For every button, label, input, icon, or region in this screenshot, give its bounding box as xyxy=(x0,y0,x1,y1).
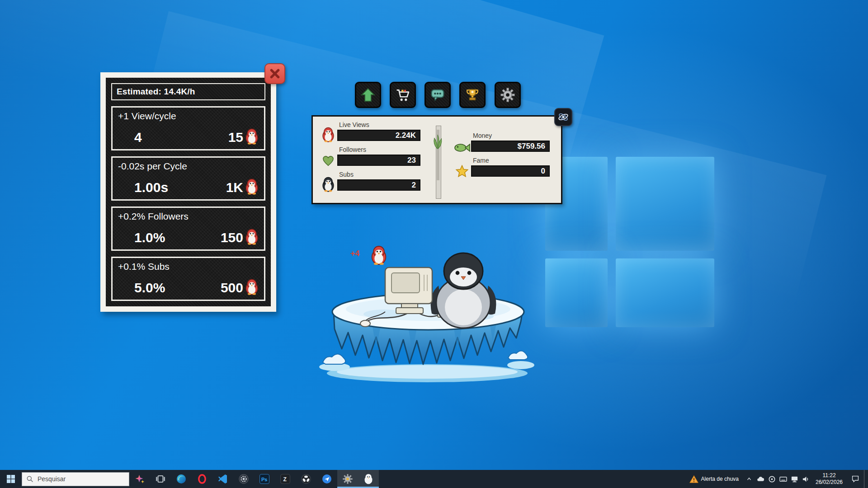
penguin-streamer[interactable] xyxy=(431,253,496,328)
upgrade-subs[interactable]: +0.1% Subs 5.0% 500 xyxy=(111,257,265,301)
fish-icon xyxy=(453,142,471,153)
taskbar-edge-button[interactable] xyxy=(171,470,192,488)
settings-button[interactable] xyxy=(495,82,521,108)
stat-label: Fame xyxy=(473,157,550,164)
show-desktop-button[interactable] xyxy=(864,470,868,488)
chevron-up-icon xyxy=(746,476,752,482)
chat-bubble-icon xyxy=(430,87,445,103)
penguin-bw-icon xyxy=(322,177,335,192)
windows-logo-pane xyxy=(545,258,608,327)
upgrade-views-per-cycle[interactable]: +1 View/cycle 4 15 xyxy=(111,106,265,150)
colorful-gear-icon xyxy=(342,474,353,484)
windows-start-icon xyxy=(7,475,15,483)
overlay-toggle-button[interactable] xyxy=(554,108,572,126)
network-icon xyxy=(791,475,798,483)
task-view-icon xyxy=(155,474,166,484)
tray-keyboard-button[interactable] xyxy=(778,470,789,488)
taskbar-copilot-button[interactable] xyxy=(129,470,150,488)
clock-time: 11:22 xyxy=(822,472,835,479)
stat-value-bar: 2 xyxy=(337,179,420,191)
notification-icon xyxy=(851,475,859,483)
close-icon xyxy=(269,68,281,80)
taskbar: Ps Z xyxy=(0,470,868,488)
mini-penguin-icon xyxy=(371,245,387,265)
taskbar-vscode-button[interactable] xyxy=(212,470,233,488)
tray-cloud-button[interactable] xyxy=(755,470,766,488)
up-arrow-icon xyxy=(360,87,376,103)
stat-value-bar: 23 xyxy=(337,155,420,166)
stat-value-bar: $759.56 xyxy=(471,141,550,152)
ice-chunk xyxy=(508,351,528,360)
close-panel-button[interactable] xyxy=(264,63,285,84)
clock-date: 26/02/2026 xyxy=(816,479,843,486)
chat-button[interactable] xyxy=(425,82,451,108)
screen: +4 Estimated: 14.4K/h +1 View/cycle 4 15… xyxy=(0,0,868,488)
dark-gear-app-icon xyxy=(238,474,249,484)
tray-network-button[interactable] xyxy=(789,470,800,488)
windows-logo-pane xyxy=(616,157,714,251)
estimated-rate: Estimated: 14.4K/h xyxy=(111,83,265,100)
upgrade-cost: 15 xyxy=(228,128,259,145)
vscode-icon xyxy=(217,474,228,484)
windows-logo-pane xyxy=(616,258,714,327)
shop-button[interactable] xyxy=(390,82,416,108)
stat-value-bar: 2.24K xyxy=(337,130,420,141)
svg-text:Ps: Ps xyxy=(261,477,267,482)
tray-volume-button[interactable] xyxy=(800,470,811,488)
taskbar-opera-button[interactable] xyxy=(192,470,212,488)
upgrade-cycle-speed[interactable]: -0.02s per Cycle 1.00s 1K xyxy=(111,156,265,201)
upgrade-followers[interactable]: +0.2% Followers 1.0% 150 xyxy=(111,206,265,251)
star-icon xyxy=(455,164,469,178)
search-icon xyxy=(26,475,33,483)
view-gain-popup: +4 xyxy=(350,249,360,258)
upgrade-current-value: 1.00s xyxy=(118,180,168,195)
penguin-currency-icon xyxy=(245,229,259,245)
taskbar-game-settings-button[interactable] xyxy=(337,470,358,488)
taskbar-blue-app-button[interactable] xyxy=(316,470,337,488)
taskbar-taskview-button[interactable] xyxy=(150,470,171,488)
taskbar-photoshop-button[interactable]: Ps xyxy=(254,470,275,488)
stats-panel: Live Views 2.24K Followers 23 Subs xyxy=(311,115,562,204)
photoshop-icon: Ps xyxy=(259,474,270,484)
copilot-sparkle-icon xyxy=(134,474,145,484)
svg-text:Z: Z xyxy=(283,476,287,483)
taskbar-clock[interactable]: 11:22 26/02/2026 xyxy=(811,470,847,488)
plant-decoration-icon xyxy=(431,132,444,150)
penguin-currency-icon xyxy=(245,279,259,295)
stat-value-bar: 0 xyxy=(471,165,550,177)
stat-subs: Subs 2 xyxy=(319,171,420,191)
achievements-button[interactable] xyxy=(459,82,486,108)
tray-expand-button[interactable] xyxy=(743,470,755,488)
blue-app-icon xyxy=(321,474,332,484)
opera-browser-icon xyxy=(197,474,208,484)
penguin-game-icon xyxy=(363,474,374,484)
volume-icon xyxy=(802,475,810,483)
weather-alert[interactable]: Alerta de chuva xyxy=(685,470,743,488)
heart-icon xyxy=(321,155,335,167)
trophy-icon xyxy=(465,87,480,103)
penguin-currency-icon xyxy=(245,178,259,195)
island-art xyxy=(316,244,542,384)
computer-mouse xyxy=(360,320,370,327)
stat-label: Subs xyxy=(339,171,420,178)
taskbar-penguin-game-button[interactable] xyxy=(358,470,379,488)
taskbar-search[interactable] xyxy=(22,472,129,486)
stat-fame: Fame 0 xyxy=(453,157,550,177)
cloud-icon xyxy=(757,475,764,483)
warning-icon xyxy=(689,475,698,483)
start-button[interactable] xyxy=(0,470,22,488)
upgrade-current-value: 5.0% xyxy=(118,280,165,296)
alert-text: Alerta de chuva xyxy=(701,476,739,482)
stat-followers: Followers 23 xyxy=(319,146,420,166)
stat-money: Money $759.56 xyxy=(453,132,550,152)
upgrade-cost: 1K xyxy=(226,178,259,195)
taskbar-zed-button[interactable]: Z xyxy=(275,470,296,488)
z-app-icon: Z xyxy=(280,474,291,484)
taskbar-obs-button[interactable] xyxy=(296,470,316,488)
upgrades-button[interactable] xyxy=(355,82,381,108)
action-center-button[interactable] xyxy=(847,470,864,488)
taskbar-steam-button[interactable] xyxy=(233,470,254,488)
tray-circle-button[interactable] xyxy=(766,470,778,488)
gear-icon xyxy=(500,87,515,103)
search-input[interactable] xyxy=(37,475,120,483)
